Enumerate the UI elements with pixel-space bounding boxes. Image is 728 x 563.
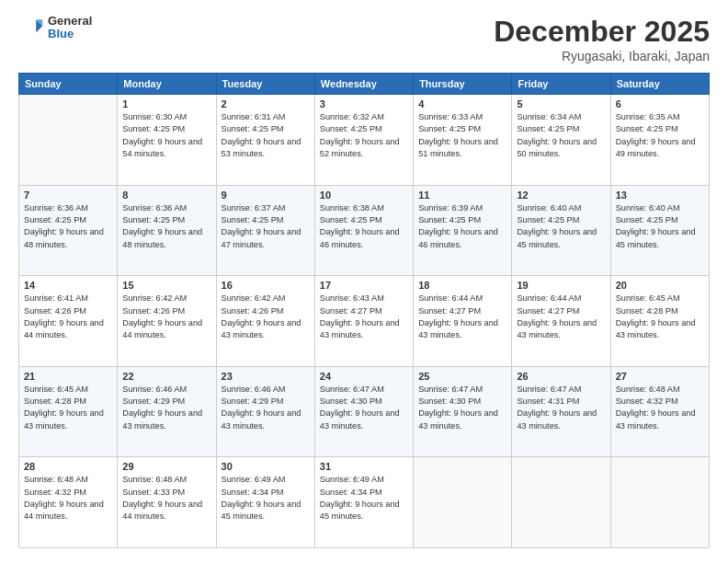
table-row: 30Sunrise: 6:49 AM Sunset: 4:34 PM Dayli… [216,457,314,548]
calendar-week-row: 28Sunrise: 6:48 AM Sunset: 4:32 PM Dayli… [19,457,710,548]
day-detail: Sunrise: 6:48 AM Sunset: 4:33 PM Dayligh… [122,474,210,523]
table-row: 31Sunrise: 6:49 AM Sunset: 4:34 PM Dayli… [314,457,413,548]
table-row: 23Sunrise: 6:46 AM Sunset: 4:29 PM Dayli… [216,366,314,457]
day-number: 16 [222,280,310,291]
day-number: 14 [24,280,112,291]
col-saturday: Saturday [610,74,709,95]
table-row: 22Sunrise: 6:46 AM Sunset: 4:29 PM Dayli… [118,366,216,457]
day-detail: Sunrise: 6:35 AM Sunset: 4:25 PM Dayligh… [616,111,704,160]
day-detail: Sunrise: 6:49 AM Sunset: 4:34 PM Dayligh… [320,474,408,523]
table-row: 13Sunrise: 6:40 AM Sunset: 4:25 PM Dayli… [610,185,709,276]
day-number: 22 [122,371,210,382]
table-row: 20Sunrise: 6:45 AM Sunset: 4:28 PM Dayli… [610,276,709,367]
calendar-table: Sunday Monday Tuesday Wednesday Thursday… [18,73,710,548]
table-row: 17Sunrise: 6:43 AM Sunset: 4:27 PM Dayli… [314,276,413,367]
table-row: 15Sunrise: 6:42 AM Sunset: 4:26 PM Dayli… [118,276,216,367]
day-detail: Sunrise: 6:41 AM Sunset: 4:26 PM Dayligh… [24,293,112,341]
logo-general: General [48,15,92,28]
day-number: 31 [320,461,408,472]
day-number: 6 [616,98,704,109]
day-number: 23 [222,371,310,382]
table-row: 3Sunrise: 6:32 AM Sunset: 4:25 PM Daylig… [314,95,413,186]
calendar-header-row: Sunday Monday Tuesday Wednesday Thursday… [19,74,710,95]
table-row: 29Sunrise: 6:48 AM Sunset: 4:33 PM Dayli… [118,457,216,548]
day-number: 19 [517,280,605,291]
table-row: 5Sunrise: 6:34 AM Sunset: 4:25 PM Daylig… [512,95,610,186]
table-row [414,457,512,548]
day-number: 20 [616,280,704,291]
table-row: 18Sunrise: 6:44 AM Sunset: 4:27 PM Dayli… [414,276,512,367]
day-detail: Sunrise: 6:44 AM Sunset: 4:27 PM Dayligh… [517,293,605,341]
table-row: 8Sunrise: 6:36 AM Sunset: 4:25 PM Daylig… [118,185,216,276]
col-monday: Monday [118,74,216,95]
table-row: 28Sunrise: 6:48 AM Sunset: 4:32 PM Dayli… [19,457,118,548]
day-number: 7 [24,190,112,201]
day-detail: Sunrise: 6:30 AM Sunset: 4:25 PM Dayligh… [122,111,210,160]
table-row [512,457,610,548]
col-tuesday: Tuesday [216,74,314,95]
day-detail: Sunrise: 6:38 AM Sunset: 4:25 PM Dayligh… [320,202,408,251]
table-row: 6Sunrise: 6:35 AM Sunset: 4:25 PM Daylig… [610,95,709,186]
day-number: 29 [122,461,210,472]
table-row: 19Sunrise: 6:44 AM Sunset: 4:27 PM Dayli… [512,276,610,367]
day-detail: Sunrise: 6:44 AM Sunset: 4:27 PM Dayligh… [418,293,506,341]
day-number: 25 [418,371,506,382]
table-row: 2Sunrise: 6:31 AM Sunset: 4:25 PM Daylig… [216,95,314,186]
day-detail: Sunrise: 6:42 AM Sunset: 4:26 PM Dayligh… [222,293,310,341]
day-detail: Sunrise: 6:31 AM Sunset: 4:25 PM Dayligh… [222,111,310,160]
calendar-week-row: 1Sunrise: 6:30 AM Sunset: 4:25 PM Daylig… [19,95,710,186]
table-row [19,95,118,186]
table-row: 25Sunrise: 6:47 AM Sunset: 4:30 PM Dayli… [414,366,512,457]
calendar-week-row: 14Sunrise: 6:41 AM Sunset: 4:26 PM Dayli… [19,276,710,367]
table-row [610,457,709,548]
table-row: 27Sunrise: 6:48 AM Sunset: 4:32 PM Dayli… [610,366,709,457]
day-number: 12 [517,190,605,201]
logo-blue: Blue [48,28,92,40]
location: Ryugasaki, Ibaraki, Japan [494,49,710,63]
day-detail: Sunrise: 6:33 AM Sunset: 4:25 PM Dayligh… [418,111,506,160]
day-detail: Sunrise: 6:49 AM Sunset: 4:34 PM Dayligh… [222,474,310,523]
day-detail: Sunrise: 6:48 AM Sunset: 4:32 PM Dayligh… [24,474,112,523]
table-row: 10Sunrise: 6:38 AM Sunset: 4:25 PM Dayli… [314,185,413,276]
day-number: 26 [517,371,605,382]
logo-icon [18,15,44,40]
table-row: 1Sunrise: 6:30 AM Sunset: 4:25 PM Daylig… [118,95,216,186]
day-detail: Sunrise: 6:45 AM Sunset: 4:28 PM Dayligh… [24,384,112,432]
col-thursday: Thursday [414,74,512,95]
day-number: 24 [320,371,408,382]
day-detail: Sunrise: 6:46 AM Sunset: 4:29 PM Dayligh… [122,384,210,432]
logo: General Blue [18,15,92,41]
table-row: 9Sunrise: 6:37 AM Sunset: 4:25 PM Daylig… [216,185,314,276]
day-detail: Sunrise: 6:32 AM Sunset: 4:25 PM Dayligh… [320,111,408,160]
day-number: 9 [222,190,310,201]
day-detail: Sunrise: 6:36 AM Sunset: 4:25 PM Dayligh… [24,202,112,251]
table-row: 7Sunrise: 6:36 AM Sunset: 4:25 PM Daylig… [19,185,118,276]
day-number: 3 [320,98,408,109]
month-title: December 2025 [494,15,710,49]
day-detail: Sunrise: 6:42 AM Sunset: 4:26 PM Dayligh… [122,293,210,341]
calendar-week-row: 7Sunrise: 6:36 AM Sunset: 4:25 PM Daylig… [19,185,710,276]
table-row: 11Sunrise: 6:39 AM Sunset: 4:25 PM Dayli… [414,185,512,276]
day-number: 2 [222,98,310,109]
col-wednesday: Wednesday [314,74,413,95]
day-detail: Sunrise: 6:47 AM Sunset: 4:30 PM Dayligh… [418,384,506,432]
day-number: 11 [418,190,506,201]
day-number: 17 [320,280,408,291]
col-sunday: Sunday [19,74,118,95]
day-number: 1 [122,98,210,109]
day-detail: Sunrise: 6:45 AM Sunset: 4:28 PM Dayligh… [616,293,704,341]
day-detail: Sunrise: 6:37 AM Sunset: 4:25 PM Dayligh… [222,202,310,251]
table-row: 14Sunrise: 6:41 AM Sunset: 4:26 PM Dayli… [19,276,118,367]
day-detail: Sunrise: 6:34 AM Sunset: 4:25 PM Dayligh… [517,111,605,160]
day-number: 4 [418,98,506,109]
title-block: December 2025 Ryugasaki, Ibaraki, Japan [494,15,710,63]
day-number: 21 [24,371,112,382]
table-row: 16Sunrise: 6:42 AM Sunset: 4:26 PM Dayli… [216,276,314,367]
logo-text: General Blue [48,15,92,41]
day-detail: Sunrise: 6:43 AM Sunset: 4:27 PM Dayligh… [320,293,408,341]
header: General Blue December 2025 Ryugasaki, Ib… [18,15,710,63]
day-number: 28 [24,461,112,472]
day-detail: Sunrise: 6:36 AM Sunset: 4:25 PM Dayligh… [122,202,210,251]
day-number: 5 [517,98,605,109]
day-detail: Sunrise: 6:46 AM Sunset: 4:29 PM Dayligh… [222,384,310,432]
